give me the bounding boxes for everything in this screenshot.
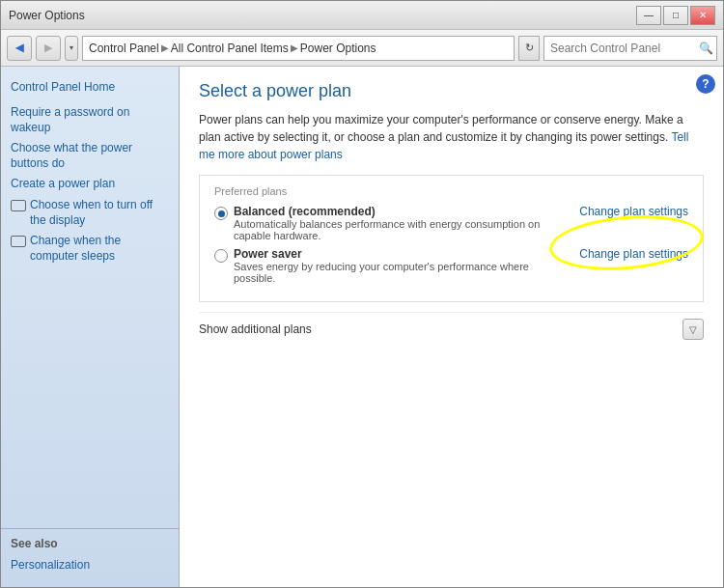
main-area: Control Panel Home Require a password on… [1,67,723,587]
plan-name-power-saver: Power saver [234,247,570,261]
sidebar-item-create-plan[interactable]: Create a power plan [11,177,169,192]
path-all-items: All Control Panel Items [171,42,289,55]
content-description: Power plans can help you maximize your c… [199,111,704,163]
path-sep-2: ▶ [291,42,298,53]
plan-desc-power-saver: Saves energy by reducing your computer's… [234,261,570,284]
plan-row-power-saver: Power saver Saves energy by reducing you… [214,247,688,284]
sidebar-see-also-label: See also [1,528,179,554]
window-title: Power Options [9,9,85,22]
change-link-balanced[interactable]: Change plan settings [579,205,688,218]
show-additional-plans[interactable]: Show additional plans ▽ [199,312,704,346]
radio-balanced[interactable] [214,207,228,220]
preferred-plans-label: Preferred plans [214,185,688,197]
plan-info-balanced: Balanced (recommended) Automatically bal… [234,205,570,241]
close-button[interactable]: ✕ [690,6,715,25]
plan-name-balanced: Balanced (recommended) [234,205,570,218]
path-control-panel: Control Panel [89,42,159,55]
sidebar-footer: Personalization [1,554,179,577]
address-path[interactable]: Control Panel ▶ All Control Panel Items … [82,36,515,61]
plan-left-balanced: Balanced (recommended) Automatically bal… [214,205,570,241]
radio-power-saver[interactable] [214,249,228,263]
refresh-button[interactable]: ↻ [518,36,540,61]
path-sep-1: ▶ [161,42,169,53]
preferred-plans-section: Preferred plans Balanced (recommended) A… [199,175,704,302]
change-link-power-saver[interactable]: Change plan settings [579,247,688,261]
plan-info-power-saver: Power saver Saves energy by reducing you… [234,247,570,284]
sidebar: Control Panel Home Require a password on… [1,67,180,587]
sidebar-home: Control Panel Home [1,76,179,101]
help-corner: ? [696,74,715,94]
nav-dropdown-button[interactable]: ▾ [65,36,78,61]
plan-desc-balanced: Automatically balances performance with … [234,218,570,241]
monitor-icon-1 [11,200,26,211]
show-additional-label: Show additional plans [199,322,312,336]
sidebar-item-turn-off-display[interactable]: Choose when to turn off the display [11,198,169,228]
minimize-button[interactable]: — [636,6,661,25]
sidebar-item-computer-sleeps[interactable]: Change when the computer sleeps [11,234,169,264]
content-area: ? Select a power plan Power plans can he… [180,67,723,587]
forward-button[interactable]: ▶ [36,36,61,61]
sidebar-item-personalization[interactable]: Personalization [11,558,90,572]
monitor-icon-2 [11,236,26,247]
plan-row-balanced: Balanced (recommended) Automatically bal… [214,205,688,241]
window: Power Options — □ ✕ ◀ ▶ ▾ Control Panel … [0,0,724,588]
sidebar-item-power-buttons[interactable]: Choose what the power buttons do [11,141,169,171]
sidebar-item-require-password[interactable]: Require a password on wakeup [11,105,169,135]
search-input[interactable] [550,42,695,55]
page-title: Select a power plan [199,81,704,101]
expand-additional-button[interactable]: ▽ [682,319,704,340]
address-bar: ◀ ▶ ▾ Control Panel ▶ All Control Panel … [1,30,723,67]
back-button[interactable]: ◀ [7,36,32,61]
maximize-button[interactable]: □ [663,6,688,25]
sidebar-item-home[interactable]: Control Panel Home [11,80,115,94]
path-power-options: Power Options [300,42,376,55]
plan-left-power-saver: Power saver Saves energy by reducing you… [214,247,570,284]
search-icon[interactable]: 🔍 [699,42,713,55]
help-icon[interactable]: ? [696,74,715,94]
title-bar-controls: — □ ✕ [636,6,715,25]
search-box: 🔍 [543,36,717,61]
title-bar: Power Options — □ ✕ [1,1,723,30]
sidebar-links: Require a password on wakeup Choose what… [1,101,179,267]
